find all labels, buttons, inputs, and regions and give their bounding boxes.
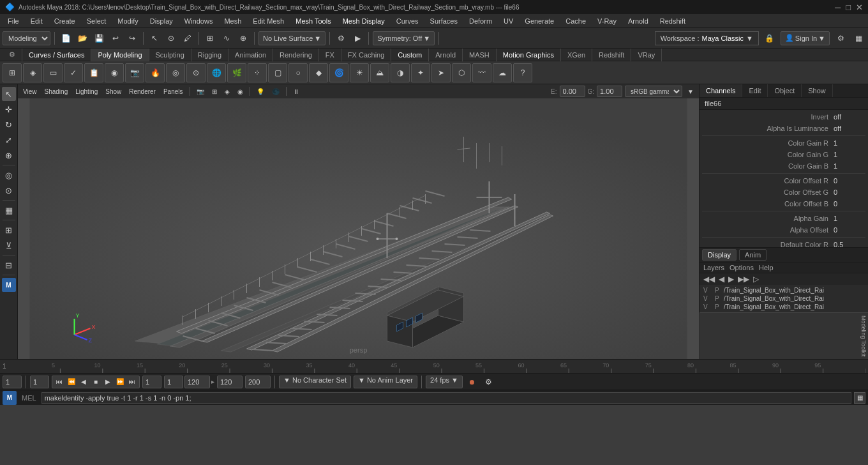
signin-btn[interactable]: 👤 Sign In ▼ (781, 31, 830, 45)
workspace-label[interactable]: Workspace : Maya Classic ▼ (655, 31, 759, 45)
maximize-btn[interactable]: □ (846, 3, 851, 12)
vp-panels-menu[interactable]: Panels (161, 85, 186, 98)
vp-view-menu[interactable]: View (20, 85, 40, 98)
current-frame-input[interactable] (3, 376, 22, 388)
right-tab-edit[interactable]: Edit (742, 84, 768, 97)
vp-shading-menu[interactable]: Shading (42, 85, 71, 98)
close-btn[interactable]: ✕ (856, 3, 863, 12)
menu-uv[interactable]: UV (498, 16, 518, 26)
start-frame-input[interactable] (30, 376, 49, 388)
vp-renderer-menu[interactable]: Renderer (126, 85, 158, 98)
shelf-plane-icon[interactable]: ▭ (43, 63, 63, 82)
vp-grid-btn[interactable]: ⊞ (209, 85, 220, 98)
pb-range-input[interactable] (184, 376, 210, 388)
exposure-input[interactable] (560, 86, 585, 97)
shelf-cam-icon[interactable]: 📷 (125, 63, 144, 82)
undo-btn[interactable]: ↩ (108, 31, 123, 45)
title-bar-controls[interactable]: ─ □ ✕ (835, 3, 863, 12)
menu-edit-mesh[interactable]: Edit Mesh (248, 16, 289, 26)
attr-editor-side-tab[interactable]: Modeling Toolkit (700, 312, 868, 359)
save-file-btn[interactable]: 💾 (92, 31, 106, 45)
tab-arrow[interactable]: ⚙ (3, 49, 22, 61)
menu-display[interactable]: Display (145, 16, 178, 26)
shelf-multi-icon[interactable]: ⬡ (452, 63, 471, 82)
help-opt[interactable]: Help (759, 264, 774, 271)
redo-btn[interactable]: ↪ (125, 31, 139, 45)
shelf-help-icon[interactable]: ? (513, 63, 532, 82)
playback-start-input[interactable] (142, 376, 161, 388)
auto-key-btn[interactable]: ⏺ (465, 375, 479, 389)
tab-xgen[interactable]: XGen (561, 49, 592, 61)
step-fwd-btn[interactable]: ⏩ (114, 376, 126, 388)
menu-curves[interactable]: Curves (391, 16, 424, 26)
shelf-fire-icon[interactable]: 🔥 (146, 63, 165, 82)
shelf-globe-icon[interactable]: 🌐 (207, 63, 226, 82)
tab-custom[interactable]: Custom (391, 49, 429, 61)
menu-windows[interactable]: Windows (179, 16, 218, 26)
go-start-btn[interactable]: ⏮ (54, 376, 65, 388)
preferences-btn[interactable]: ⚙ (482, 375, 496, 389)
vp-lighting-menu[interactable]: Lighting (73, 85, 100, 98)
menu-generate[interactable]: Generate (520, 16, 559, 26)
menu-vray[interactable]: V-Ray (592, 16, 622, 26)
shelf-ring-icon[interactable]: ◎ (166, 63, 185, 82)
shelf-swirl-icon[interactable]: 🌀 (329, 63, 348, 82)
shelf-tool1-icon[interactable]: ⊙ (186, 63, 206, 82)
max-frame-input[interactable] (245, 376, 271, 388)
command-input[interactable] (41, 392, 851, 404)
tab-rigging[interactable]: Rigging (191, 49, 228, 61)
right-tab-channels[interactable]: Channels (700, 84, 742, 97)
menu-mesh-tools[interactable]: Mesh Tools (290, 16, 336, 26)
minimize-btn[interactable]: ─ (835, 3, 841, 12)
soft-select-tool[interactable]: ◎ (2, 168, 16, 182)
symmetry-btn[interactable]: Symmetry: Off ▼ (373, 31, 435, 45)
tab-fx-caching[interactable]: FX Caching (341, 49, 391, 61)
shelf-cube-icon[interactable]: ▢ (268, 63, 287, 82)
stop-btn[interactable]: ■ (90, 376, 101, 388)
shelf-star-icon[interactable]: ✦ (411, 63, 430, 82)
shelf-doc-icon[interactable]: 📋 (84, 63, 103, 82)
vp-cam-btn[interactable]: 📷 (194, 85, 207, 98)
layers-opt[interactable]: Layers (703, 264, 724, 271)
menu-select[interactable]: Select (82, 16, 112, 26)
shelf-half-icon[interactable]: ◑ (391, 63, 410, 82)
lasso-tool[interactable]: ⊙ (2, 183, 16, 197)
timeline[interactable]: 1 5 10 15 20 25 30 35 40 45 50 (0, 359, 868, 373)
vp-options-btn[interactable]: ▼ (685, 85, 696, 98)
layer-nav-first[interactable]: ◀◀ (702, 275, 716, 284)
shelf-check-icon[interactable]: ✓ (64, 63, 83, 82)
lock-btn[interactable]: 🔒 (763, 31, 777, 45)
pb-start[interactable] (164, 376, 183, 388)
select-tool-btn[interactable]: ↖ (147, 31, 161, 45)
layer-nav-prev[interactable]: ◀ (717, 275, 726, 284)
render-settings-btn[interactable]: ⚙ (334, 31, 348, 45)
menu-mesh[interactable]: Mesh (219, 16, 246, 26)
char-set-selector[interactable]: ▼ No Character Set (279, 376, 351, 388)
vp-solid-btn[interactable]: ◉ (235, 85, 246, 98)
tab-animation[interactable]: Animation (228, 49, 273, 61)
vp-light-btn[interactable]: 💡 (254, 85, 267, 98)
shelf-arrow-icon[interactable]: ➤ (431, 63, 451, 82)
step-back-btn[interactable]: ⏪ (66, 376, 77, 388)
menu-surfaces[interactable]: Surfaces (425, 16, 463, 26)
end-frame-input[interactable] (217, 376, 243, 388)
shelf-grass-icon[interactable]: 🌿 (227, 63, 246, 82)
vp-pause-btn[interactable]: ⏸ (290, 85, 302, 98)
play-back-btn[interactable]: ◀ (78, 376, 89, 388)
coord-tool[interactable]: ⊻ (2, 238, 16, 252)
tab-curves-surfaces[interactable]: Curves / Surfaces (22, 49, 91, 61)
tab-redshift[interactable]: Redshift (592, 49, 631, 61)
layer-item-1[interactable]: V P /Train_Signal_Box_with_Direct_Rai (702, 294, 865, 303)
go-end-btn[interactable]: ⏭ (126, 376, 138, 388)
layer-item-0[interactable]: V P /Train_Signal_Box_with_Direct_Rai (702, 286, 865, 294)
layer-nav-next[interactable]: ▶ (727, 275, 735, 284)
tab-mash[interactable]: MASH (463, 49, 497, 61)
shelf-sun-icon[interactable]: ☀ (350, 63, 369, 82)
snap-point-btn[interactable]: ⊕ (236, 31, 250, 45)
shelf-cloud-icon[interactable]: ☁ (493, 63, 512, 82)
snap-curve-btn[interactable]: ∿ (220, 31, 234, 45)
open-file-btn[interactable]: 📂 (75, 31, 89, 45)
shelf-poly-icon[interactable]: ◈ (23, 63, 42, 82)
rotate-tool[interactable]: ↻ (2, 118, 16, 132)
multi-tool[interactable]: ⊕ (2, 148, 16, 162)
